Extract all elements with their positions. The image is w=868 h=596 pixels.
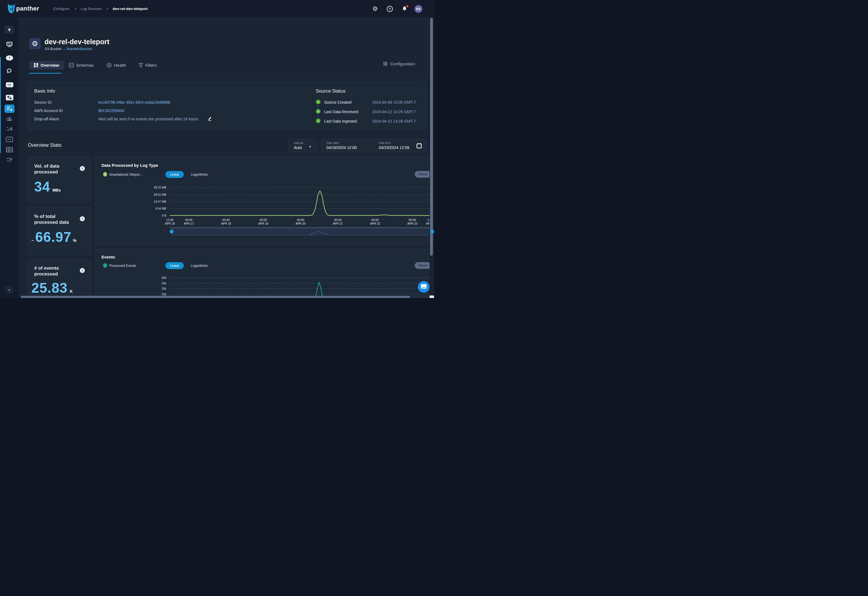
breadcrumb-configure[interactable]: Configure	[53, 7, 69, 11]
chart2-linear-button[interactable]: Linear	[165, 262, 184, 269]
tab-health-label: Health	[114, 63, 126, 68]
tab-filters-label: Filters	[145, 63, 157, 68]
sidebar-item-monitor[interactable]	[4, 40, 15, 49]
info-icon[interactable]: i	[80, 268, 85, 273]
sidebar-expand-button[interactable]: ›	[4, 286, 14, 294]
tab-overview[interactable]: Overview	[29, 61, 64, 69]
x-axis-tick: 00:00APR 20	[291, 218, 310, 226]
chart2-reset-button[interactable]: Reset	[415, 262, 431, 269]
stat-title: % of totalprocessed data	[34, 214, 76, 225]
chart1-legend-dot	[103, 172, 107, 177]
edit-pencil-icon[interactable]	[208, 117, 212, 121]
interval-label: Interval	[294, 142, 303, 145]
sidebar-item-pipeline[interactable]	[4, 155, 15, 164]
tab-overview-label: Overview	[41, 63, 59, 68]
tab-filters[interactable]: Filters	[139, 61, 157, 69]
filters-funnel-icon	[139, 63, 143, 68]
stat-card-percent: % of totalprocessed data i ~ 66.97 %	[28, 207, 91, 254]
status-check-icon	[316, 118, 320, 123]
chart2-legend-label[interactable]: Processed Events	[109, 264, 136, 268]
avatar[interactable]: BA	[415, 5, 422, 13]
stat-unit: %	[73, 238, 76, 243]
table-grid-icon	[6, 147, 13, 152]
sidebar-item-code[interactable]: <>	[4, 81, 15, 89]
brush-selection[interactable]	[171, 228, 433, 235]
aws-account-id-label: AWS Account ID	[34, 108, 63, 113]
chart1-logarithmic-button[interactable]: Logarithmic	[191, 171, 208, 178]
x-axis-tick: 00:00APR 19	[253, 218, 273, 226]
x-axis-tick: 00:00APR 18	[216, 218, 236, 226]
interval-select[interactable]: Interval Auto ▼	[289, 139, 317, 152]
sidebar-item-search[interactable]	[4, 67, 15, 75]
configuration-button[interactable]: Configuration	[383, 62, 415, 66]
x-axis-tick: 00:00APR 17	[179, 218, 199, 226]
sidebar-item-tables[interactable]	[4, 145, 15, 154]
vertical-scrollbar-thumb[interactable]	[430, 18, 433, 256]
sidebar-item-log-sources[interactable]	[4, 105, 15, 113]
horizontal-scrollbar-thumb[interactable]	[21, 296, 410, 298]
sidebar-item-lightning[interactable]	[4, 25, 15, 34]
page-subtitle: S3 Bucket → fluentds3bucket	[45, 47, 92, 51]
chart1-legend-label[interactable]: Gravitational.Telepor…	[109, 173, 143, 177]
source-id-value[interactable]: ecc40796-04bc-481c-bfe3-ceda22e8898b	[98, 100, 170, 105]
logo-wordmark[interactable]: panther	[16, 5, 39, 12]
panther-logo-icon[interactable]	[7, 3, 16, 14]
info-icon[interactable]: i	[80, 216, 85, 221]
date-start-label: Date Start	[326, 142, 339, 145]
tab-health[interactable]: Health	[107, 61, 126, 69]
stat-title: Vol. of dataprocessed	[34, 163, 76, 175]
tab-schemas[interactable]: Schemas	[69, 61, 94, 69]
sidebar-item-data-routing[interactable]	[4, 125, 15, 133]
sidebar-item-cloud-security[interactable]	[4, 115, 15, 124]
breadcrumb-log-sources[interactable]: Log Sources	[81, 7, 102, 11]
chart1-reset-button[interactable]: Reset	[415, 171, 431, 178]
brush-handle-right[interactable]	[430, 230, 434, 233]
status-connector	[318, 105, 318, 108]
settings-gear-icon[interactable]: ⚙	[372, 6, 378, 12]
y-axis-tick: 28.61 MB	[141, 193, 166, 196]
date-end-value[interactable]: 04/23/2024 12:59	[379, 145, 409, 150]
stat-value: 34	[34, 179, 50, 195]
monitor-pulse-icon	[6, 42, 12, 47]
chart-gridline	[170, 195, 434, 195]
schemas-icon	[69, 63, 74, 68]
gear-icon: ⚙	[32, 40, 38, 48]
shuffle-arrows-icon	[6, 127, 12, 131]
sidebar-item-code-box[interactable]: <>	[4, 135, 15, 143]
stat-title: # of eventsprocessed	[34, 265, 76, 277]
date-start-value[interactable]: 04/16/2024 12:00	[326, 145, 357, 150]
svg-text:?: ?	[389, 7, 391, 11]
calendar-icon[interactable]	[416, 143, 422, 149]
notification-badge	[406, 5, 409, 7]
stat-card-events: # of eventsprocessed i 25.83 K	[28, 259, 91, 298]
brush-preview	[172, 228, 433, 235]
info-icon[interactable]: i	[80, 166, 85, 171]
date-range-picker[interactable]: Date Start 04/16/2024 12:00 Date End 04/…	[321, 139, 427, 152]
status-label: Source Created	[324, 100, 351, 105]
status-label: Last Data Received	[324, 109, 358, 114]
chart2-legend-dot	[103, 263, 107, 268]
chart2-title: Events	[102, 255, 115, 260]
active-tab-underline	[29, 73, 62, 74]
basic-info-title: Basic Info	[34, 89, 55, 94]
y-axis-tick: 15k	[141, 292, 166, 296]
sidebar-item-alerts[interactable]: !	[4, 54, 15, 62]
sidebar: ! <>	[0, 18, 19, 298]
arrow-right-icon: →	[62, 47, 66, 51]
aws-account-id-value[interactable]: 981262289404	[98, 108, 124, 113]
configuration-sliders-icon	[383, 62, 388, 66]
chat-bubble-button[interactable]	[418, 281, 430, 293]
sliders-icon	[6, 95, 13, 100]
page-title: dev-rel-dev-teleport	[44, 38, 109, 46]
y-axis-tick: 0 B	[141, 214, 166, 217]
tab-schemas-label: Schemas	[76, 63, 94, 68]
bucket-link[interactable]: fluentds3bucket	[67, 47, 92, 51]
brush-handle-left[interactable]	[170, 230, 174, 233]
overview-stats-heading: Overview Stats	[28, 142, 62, 148]
chart1-linear-button[interactable]: Linear	[165, 171, 184, 178]
events-chart-card	[95, 249, 434, 298]
chart2-logarithmic-button[interactable]: Logarithmic	[191, 262, 208, 269]
drop-off-alarm-label: Drop-off Alarm	[34, 117, 59, 121]
help-icon[interactable]: ?	[387, 6, 393, 12]
sidebar-item-sliders[interactable]	[4, 93, 15, 102]
